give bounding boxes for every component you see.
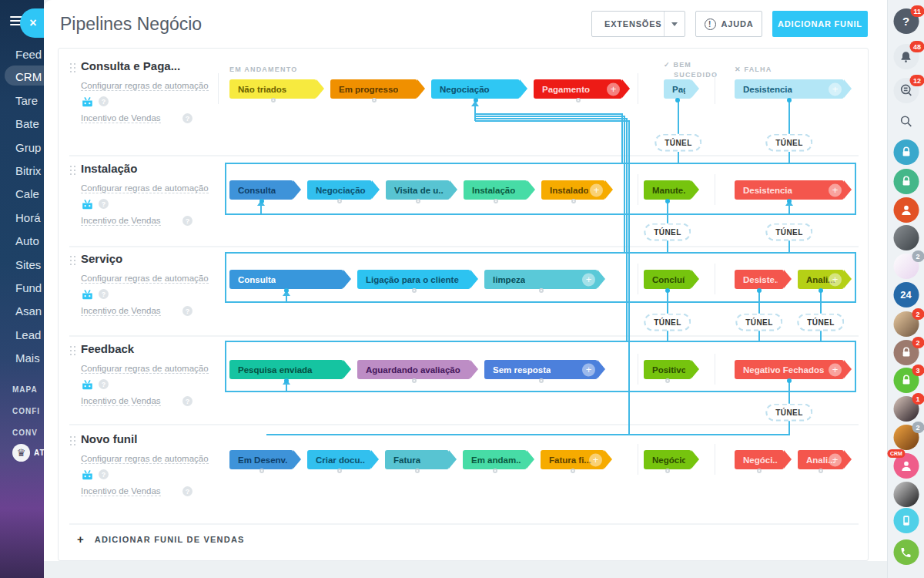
add-stage-icon[interactable]: + [582,363,595,376]
stage-dot[interactable] [665,199,670,203]
pipeline-title[interactable]: Consulta e Paga... [81,59,180,72]
stage-chip[interactable]: Fatura [385,450,449,469]
sidebar-item-bitrix[interactable]: Bitrix [15,164,44,177]
stage-chip[interactable]: Em Desenv... [229,450,293,469]
help-circle-icon[interactable]: ? [99,199,109,209]
stage-chip[interactable]: Negociação [431,79,520,99]
help-button[interactable]: AJUDA [695,11,762,37]
stage-chip-success[interactable]: Negócio... [644,450,691,469]
stage-dot[interactable] [819,469,823,473]
help-circle-icon[interactable]: ? [182,216,192,226]
user-avatar[interactable]: 2 [893,311,919,337]
stage-chip-fail[interactable]: Anali...+ [798,450,844,469]
add-stage-icon[interactable]: + [582,273,595,286]
close-menu-tab[interactable]: × [20,8,46,38]
stage-chip[interactable]: limpeza+ [484,270,598,289]
stage-chip-success[interactable]: Positivo... [644,360,691,379]
stage-dot[interactable] [416,199,420,203]
automation-rules-link[interactable]: Configurar regras de automação [81,81,209,91]
add-stage-icon[interactable]: + [829,273,842,286]
stage-dot[interactable] [271,98,276,102]
stage-chip[interactable]: Consulta [229,180,293,200]
stage-chip[interactable]: Pagamento+ [534,79,622,99]
add-stage-icon[interactable]: + [829,363,842,376]
sidebar-item-feed[interactable]: Feed [15,48,44,61]
sidebar-item-conv[interactable]: CONV [12,428,44,437]
sidebar-item-calendario[interactable]: Cale [15,187,44,200]
stage-dot[interactable] [337,199,342,203]
sidebar-item-mapa[interactable]: MAPA [12,385,44,394]
stage-dot[interactable] [665,288,670,293]
stage-chip[interactable]: Ligação para o cliente [357,270,470,289]
messenger-icon[interactable]: 12 [893,78,919,103]
help-circle-icon[interactable]: ? [182,486,192,496]
stage-chip-fail[interactable]: Desiste... [735,270,784,289]
sidebar-item-mais[interactable]: Mais [15,351,44,365]
drag-handle-icon[interactable] [70,436,76,446]
help-widget-icon[interactable]: ? 11 [893,8,919,34]
stage-dot[interactable] [494,199,498,203]
stage-chip[interactable]: Sem resposta+ [484,360,598,379]
stage-chip[interactable]: Instalação [464,180,527,200]
stage-dot[interactable] [284,288,289,293]
group-chat-avatar[interactable]: 2 [893,254,919,279]
drag-handle-icon[interactable] [70,63,76,73]
tunnel-badge[interactable]: TÚNEL [765,404,812,422]
private-channel-green-icon[interactable] [893,169,919,194]
stage-dot[interactable] [259,199,264,203]
stage-chip[interactable]: Negociação [307,180,372,200]
sidebar-item-config[interactable]: CONFI [12,407,44,415]
automation-rules-link[interactable]: Configurar regras de automação [81,454,209,464]
upgrade-label[interactable]: AT [34,449,44,457]
contact-orange-icon[interactable] [893,197,919,223]
drag-handle-icon[interactable] [70,166,76,176]
sidebar-item-asan[interactable]: Asan [15,304,44,318]
stage-chip-success[interactable]: Manute... [644,180,691,200]
stage-chip-fail[interactable]: Desistencia+ [735,180,844,200]
extensions-dropdown-button[interactable] [664,12,685,36]
stage-dot[interactable] [493,469,497,473]
automation-rules-link[interactable]: Configurar regras de automação [81,183,209,193]
stage-dot[interactable] [372,98,377,102]
tunnel-badge[interactable]: TÚNEL [654,134,701,152]
tunnel-badge[interactable]: TÚNEL [644,223,691,241]
stage-chip[interactable]: Aguardando avaliação [357,360,470,379]
add-stage-icon[interactable]: + [607,82,620,96]
sidebar-item-batepapo[interactable]: Bate [15,117,44,130]
tunnel-badge[interactable]: TÚNEL [765,134,812,152]
help-circle-icon[interactable]: ? [182,306,192,316]
help-circle-icon[interactable]: ? [99,469,109,479]
add-stage-icon[interactable]: + [829,453,842,466]
help-circle-icon[interactable]: ? [99,96,109,106]
tunnel-badge[interactable]: TÚNEL [735,314,782,331]
search-icon[interactable] [893,109,919,134]
pipeline-title[interactable]: Feedback [81,342,134,355]
sidebar-item-sites[interactable]: Sites [15,258,44,271]
stage-chip[interactable]: Em progresso [330,79,417,99]
mobile-app-icon[interactable] [893,508,919,533]
stage-dot[interactable] [819,288,823,293]
stage-dot[interactable] [571,199,576,203]
add-stage-icon[interactable]: + [829,82,842,96]
help-circle-icon[interactable]: ? [99,289,109,299]
sidebar-item-fund[interactable]: Fund [15,281,44,294]
private-channel-brown-icon[interactable]: 2 [893,340,919,365]
stage-dot[interactable] [337,469,342,473]
sales-incentive-link[interactable]: Incentivo de Vendas [81,113,161,123]
stage-chip-fail[interactable]: Negativo Fechados+ [735,360,844,379]
private-channel-blue-icon[interactable] [893,139,919,165]
stage-chip[interactable]: Instalado+ [541,180,605,200]
stage-chip[interactable]: Criar docu... [307,450,371,469]
stage-dot[interactable] [665,378,670,383]
stage-chip[interactable]: Visita de u... [386,180,450,200]
add-stage-icon[interactable]: + [590,183,603,197]
drag-handle-icon[interactable] [70,346,76,356]
sidebar-item-leads[interactable]: Lead [15,328,44,341]
sales-incentive-link[interactable]: Incentivo de Vendas [81,396,161,406]
upgrade-crown-icon[interactable]: ♛ [12,444,30,462]
add-funnel-button[interactable]: ADICIONAR FUNIL [772,11,868,37]
sidebar-item-crm[interactable]: CRM [15,70,44,83]
sales-incentive-link[interactable]: Incentivo de Vendas [81,486,161,496]
counter-bubble[interactable]: 24 [893,282,919,307]
pipeline-title[interactable]: Novo funil [81,432,137,445]
